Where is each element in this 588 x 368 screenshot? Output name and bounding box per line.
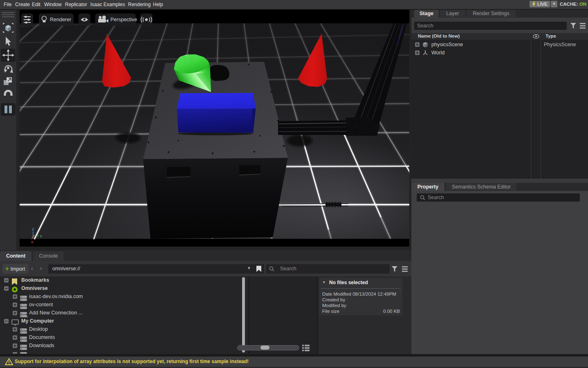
svg-text:X: X <box>31 240 33 244</box>
svg-text:Y: Y <box>40 234 42 238</box>
svg-text:Renderer: Renderer <box>50 17 71 22</box>
svg-text:Perspective: Perspective <box>110 17 137 22</box>
svg-text:Z: Z <box>32 227 34 231</box>
